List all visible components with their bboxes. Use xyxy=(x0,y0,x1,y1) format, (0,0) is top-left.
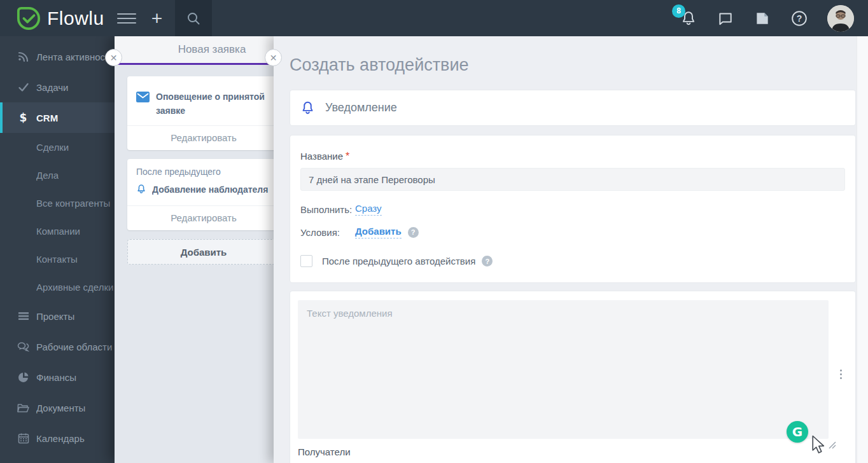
sidebar-item-calendar[interactable]: Календарь xyxy=(0,423,115,453)
sidebar-item-contractors[interactable]: Все контрагенты xyxy=(0,189,115,217)
automation-card-condition: После предыдущего xyxy=(127,159,274,177)
sidebar-item-label: CRM xyxy=(36,113,58,123)
sidebar-item-label: Документы xyxy=(36,403,85,413)
sidebar-item-feed[interactable]: Лента активности xyxy=(0,41,115,72)
notification-text-input[interactable] xyxy=(298,300,829,439)
add-condition-link[interactable]: Добавить xyxy=(355,226,402,238)
avatar[interactable] xyxy=(827,5,854,32)
help-icon: ? xyxy=(791,10,808,27)
funnel-stage-title: Новая заявка xyxy=(178,43,246,56)
notification-badge: 8 xyxy=(672,4,685,18)
close-dialog-button[interactable]: ✕ xyxy=(265,49,282,66)
name-field-label: Название xyxy=(300,151,343,162)
edit-automation-button[interactable]: Редактировать xyxy=(127,125,274,150)
search-icon xyxy=(186,11,200,25)
sidebar-item-activities[interactable]: Дела xyxy=(0,161,115,189)
funnel-stage-header: Новая заявка xyxy=(115,36,274,65)
notifications-button[interactable]: 8 xyxy=(680,10,697,27)
edit-automation-button[interactable]: Редактировать xyxy=(127,205,274,230)
action-type-card[interactable]: Уведомление xyxy=(290,90,856,126)
after-previous-label: После предыдущего автодействия xyxy=(322,256,475,266)
chat-bubbles-icon xyxy=(17,341,29,353)
dollar-icon: $ xyxy=(17,112,29,124)
rss-icon xyxy=(17,51,29,63)
funnel-stage-panel: Новая заявка Оповещение о принятой заявк… xyxy=(115,36,274,463)
close-funnel-panel-button[interactable]: ✕ xyxy=(105,49,122,66)
sidebar-item-workspaces[interactable]: Рабочие области xyxy=(0,331,115,362)
chat-icon xyxy=(717,10,734,27)
help-button[interactable]: ? xyxy=(790,10,808,27)
sidebar-item-contacts[interactable]: Контакты xyxy=(0,245,115,273)
required-asterisk: * xyxy=(346,151,349,162)
sidebar-item-companies[interactable]: Компании xyxy=(0,217,115,245)
messenger-button[interactable] xyxy=(717,10,734,27)
dialog-title: Создать автодействие xyxy=(290,54,856,76)
conditions-label: Условия: xyxy=(300,227,355,238)
bell-icon xyxy=(136,184,146,197)
topbar: Flowlu + 8 xyxy=(0,0,868,36)
help-icon[interactable]: ? xyxy=(482,256,493,266)
automation-card-title: Добавление наблюдателя xyxy=(152,183,268,197)
automation-card[interactable]: Оповещение о принятой заявке Редактирова… xyxy=(127,76,274,150)
sidebar-item-label: Проекты xyxy=(36,311,74,322)
sidebar-item-archived-deals[interactable]: Архивные сделки xyxy=(0,273,115,301)
sidebar-item-label: Лента активности xyxy=(36,52,115,62)
documents-button[interactable] xyxy=(753,10,771,27)
sidebar-item-crm[interactable]: $ CRM xyxy=(0,102,115,133)
sidebar-item-deals[interactable]: Сделки xyxy=(0,133,115,161)
sidebar-item-documents[interactable]: Документы xyxy=(0,392,115,423)
sidebar-item-label: Финансы xyxy=(36,372,76,383)
scrollbar[interactable] xyxy=(857,36,868,463)
mail-icon xyxy=(136,92,150,105)
svg-text:?: ? xyxy=(797,13,802,23)
folder-icon xyxy=(17,402,29,414)
clipped-card-fragment xyxy=(136,78,274,84)
sidebar: Лента активности Задачи $ CRM Сделки Дел… xyxy=(0,36,115,463)
sidebar-item-projects[interactable]: Проекты xyxy=(0,301,115,331)
grammarly-icon[interactable]: G xyxy=(787,421,808,443)
flowlu-logo-icon xyxy=(17,6,41,31)
execute-label: Выполнить: xyxy=(300,204,355,215)
execute-value-link[interactable]: Сразу xyxy=(355,203,382,216)
sidebar-item-label: Рабочие области xyxy=(36,342,112,352)
autoaction-form: Название* Выполнить: Сразу Условия: Доба… xyxy=(290,135,856,283)
help-icon[interactable]: ? xyxy=(408,227,419,238)
resize-handle-icon[interactable] xyxy=(827,440,836,449)
check-icon xyxy=(17,81,29,93)
name-input[interactable] xyxy=(300,168,845,191)
action-type-label: Уведомление xyxy=(325,101,397,114)
recipients-label: Получатели xyxy=(298,446,848,457)
create-autoaction-dialog: Создать автодействие Уведомление Названи… xyxy=(274,36,868,463)
sidebar-item-label: Задачи xyxy=(36,82,68,93)
notification-message-card: G Получатели xyxy=(290,291,856,463)
sidebar-item-tasks[interactable]: Задачи xyxy=(0,72,115,102)
search-button[interactable] xyxy=(175,0,212,36)
documents-icon xyxy=(754,10,771,27)
panel-drag-handle[interactable] xyxy=(840,368,842,381)
sidebar-item-label: Календарь xyxy=(36,433,85,444)
bell-icon xyxy=(301,100,314,115)
sidebar-item-finance[interactable]: Финансы xyxy=(0,362,115,392)
automation-card[interactable]: После предыдущего Добавление наблюдателя… xyxy=(127,159,274,230)
list-icon xyxy=(17,310,29,322)
quick-add-button[interactable]: + xyxy=(151,9,163,28)
after-previous-checkbox[interactable] xyxy=(300,255,312,267)
automation-card-title: Оповещение о принятой заявке xyxy=(156,90,271,118)
brand-title: Flowlu xyxy=(47,8,104,29)
hamburger-menu-icon[interactable] xyxy=(117,10,136,27)
calendar-icon xyxy=(17,432,29,445)
add-automation-button[interactable]: Добавить xyxy=(127,239,274,265)
pie-chart-icon xyxy=(17,371,29,384)
